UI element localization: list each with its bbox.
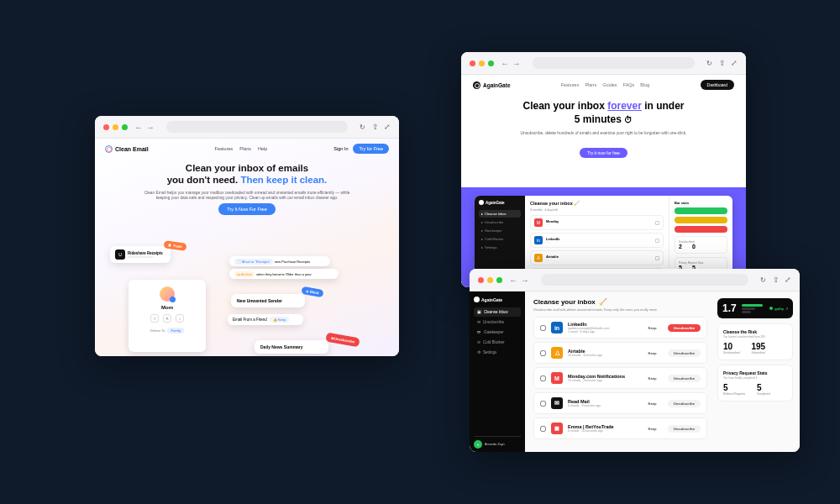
sidebar-item[interactable]: ▸Cold Blocker <box>479 235 521 243</box>
minimize-dot-icon[interactable] <box>479 60 485 66</box>
share-icon[interactable]: ⇪ <box>773 276 780 284</box>
sender-row[interactable]: AAirtable· · · <box>530 250 664 265</box>
sidebar-item-unsub[interactable]: ✉Unsubscribe <box>474 318 521 327</box>
sign-in-link[interactable]: Sign In <box>333 146 348 151</box>
back-icon[interactable]: ← <box>501 59 509 68</box>
forward-icon[interactable]: → <box>512 59 521 68</box>
checkbox[interactable] <box>655 239 659 243</box>
rideshare-card: U Rideshare Receipts <box>110 246 171 263</box>
unsubscribe-tag[interactable]: ✉ Unsubscribe <box>325 333 360 348</box>
nav-link[interactable]: FAQs <box>623 82 635 87</box>
unsubscribe-button[interactable]: Unsubscribe <box>668 375 701 382</box>
row-checkbox[interactable] <box>540 350 546 356</box>
expand-icon[interactable]: ⤢ <box>785 276 791 284</box>
sidebar-item[interactable]: ▸Unsubscribe <box>479 218 521 226</box>
share-icon[interactable]: ⇪ <box>719 59 726 67</box>
sender-row[interactable]: inLinkedIn· · · <box>530 233 664 248</box>
address-bar[interactable] <box>541 274 748 286</box>
row-checkbox[interactable] <box>540 325 546 331</box>
keep-button[interactable]: Keep <box>642 349 662 357</box>
clean-email-logo[interactable]: Clean Email <box>105 145 149 153</box>
forward-icon[interactable]: → <box>521 276 529 285</box>
hero-headline: Clean your inbox of emails you don't nee… <box>120 162 374 186</box>
keep-button[interactable]: Keep <box>642 324 662 332</box>
nav-links: Features Plans Guides FAQs Blog <box>561 82 650 87</box>
sender-icon: M <box>551 372 563 384</box>
stat-value: 0 <box>692 244 696 249</box>
block-tag[interactable]: ⊘Block <box>301 286 323 297</box>
mute-icon[interactable]: ✕ <box>163 314 171 323</box>
keep-button[interactable]: Keep <box>642 400 662 407</box>
dashboard-button[interactable]: Dashboard <box>701 80 734 90</box>
reload-icon[interactable]: ↻ <box>760 276 766 284</box>
maximize-dot-icon[interactable] <box>496 277 502 283</box>
hero-cta-button[interactable]: Try It Now For Free <box>218 203 275 215</box>
stat-label: Deletion Requests <box>723 392 745 396</box>
nav-link[interactable]: Plans <box>239 146 251 151</box>
sidebar-item-cold[interactable]: ⊘Cold Blocker <box>474 338 521 347</box>
tag-label: Trash <box>173 244 182 249</box>
checkbox[interactable] <box>655 256 659 260</box>
row-checkbox[interactable] <box>540 375 546 381</box>
unsubscribe-button[interactable]: Unsubscribe <box>668 425 701 433</box>
sidebar-item-cleanse[interactable]: ▣Cleanse Inbox <box>474 307 521 317</box>
address-bar[interactable] <box>533 57 695 69</box>
unsubscribe-button[interactable]: Unsubscribe <box>668 324 701 332</box>
row-checkbox[interactable] <box>540 426 546 432</box>
hero-cta-button[interactable]: Try it now for free <box>580 148 627 158</box>
close-dot-icon[interactable] <box>103 124 109 130</box>
share-icon[interactable]: ⇪ <box>372 123 379 131</box>
keep-chip[interactable]: 👍 Keep <box>270 317 289 323</box>
back-icon[interactable]: ← <box>509 276 517 285</box>
sender-row[interactable]: MMonday· · · <box>530 215 664 230</box>
sidebar-item-settings[interactable]: ⚙Settings <box>474 348 521 357</box>
row-checkbox[interactable] <box>540 401 546 407</box>
unsubscribe-button[interactable]: Unsubscribe <box>668 400 701 407</box>
sidebar-item[interactable]: ▸Gatekeeper <box>479 227 521 234</box>
automation-rule-card: 📄 Move to "Receipts"new Purchase Receipt… <box>229 256 330 266</box>
keep-button[interactable]: Keep <box>642 375 662 382</box>
nav-link[interactable]: Features <box>561 82 580 87</box>
maximize-dot-icon[interactable] <box>122 124 128 130</box>
sidebar-item[interactable]: ▸Cleanse Inbox <box>479 210 521 218</box>
family-pill[interactable]: Family <box>167 328 184 333</box>
nav-link[interactable]: Blog <box>640 82 649 87</box>
sidebar-item[interactable]: ▸Settings <box>479 244 521 251</box>
againgate-logo[interactable]: AgainGate <box>474 297 521 302</box>
automation-rule-card: 🗂 Archivewhen they become Older than a y… <box>229 269 339 279</box>
back-icon[interactable]: ← <box>134 123 143 132</box>
minimize-dot-icon[interactable] <box>487 277 493 283</box>
browser-chrome: ←→ ↻ ⇪⤢ <box>461 52 746 75</box>
maximize-dot-icon[interactable] <box>488 60 494 66</box>
sidebar-item-gatekeeper[interactable]: ⛨Gatekeeper <box>474 328 521 337</box>
againgate-logo[interactable]: AgainGate <box>473 81 511 89</box>
download-icon[interactable]: ↓ <box>176 314 184 323</box>
forward-icon[interactable]: → <box>146 123 155 132</box>
nav-link[interactable]: Plans <box>585 82 596 87</box>
page-subtitle: Unsubscribe and bulk-delete unwanted ema… <box>533 307 707 312</box>
card-title: Rideshare Receipts <box>128 251 163 255</box>
logo-text: AgainGate <box>483 82 511 88</box>
nav-link[interactable]: Help <box>258 146 267 151</box>
keep-button[interactable]: Keep <box>642 425 662 433</box>
star-icon[interactable]: ☆ <box>150 314 159 323</box>
expand-icon[interactable]: ⤢ <box>384 123 391 131</box>
gear-icon: ⚙ <box>477 350 480 354</box>
avatar-icon <box>160 286 175 302</box>
stat-number: 195 <box>752 342 766 351</box>
sidebar-label: Cold Blocker <box>483 340 505 344</box>
address-bar[interactable] <box>166 121 348 133</box>
nav-links: Features Plans Help <box>215 146 268 151</box>
reload-icon[interactable]: ↻ <box>706 60 712 67</box>
nav-link[interactable]: Guides <box>602 82 617 87</box>
nav-link[interactable]: Features <box>215 146 234 151</box>
unsubscribe-button[interactable]: Unsubscribe <box>668 349 701 357</box>
try-free-button[interactable]: Try for Free <box>353 144 389 154</box>
user-badge[interactable]: ●Amanda Zayn <box>474 436 521 449</box>
checkbox[interactable] <box>655 221 659 225</box>
reload-icon[interactable]: ↻ <box>360 123 365 131</box>
minimize-dot-icon[interactable] <box>113 124 118 130</box>
close-dot-icon[interactable] <box>478 277 484 283</box>
close-dot-icon[interactable] <box>470 60 475 66</box>
expand-icon[interactable]: ⤢ <box>731 59 738 67</box>
